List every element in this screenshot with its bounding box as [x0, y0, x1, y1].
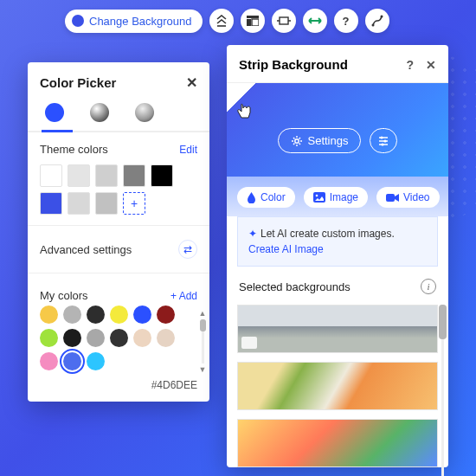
strip-background-panel: Strip Background ? ✕ Settings Color Imag… — [227, 45, 448, 467]
background-thumb[interactable] — [237, 419, 438, 467]
my-color-swatch[interactable] — [110, 329, 128, 347]
create-ai-image-link[interactable]: Create AI Image — [248, 243, 324, 255]
my-color-swatch[interactable] — [157, 329, 175, 347]
tab-underline — [28, 131, 209, 132]
color-mode-tabs — [28, 98, 209, 122]
drop-icon — [247, 192, 256, 203]
edit-theme-colors-link[interactable]: Edit — [179, 144, 197, 156]
svg-rect-3 — [252, 19, 259, 26]
theme-swatches: + — [40, 164, 197, 215]
hex-value: #4D6DEE — [28, 377, 209, 402]
corner-fold-icon[interactable] — [227, 83, 256, 113]
my-color-swatch[interactable] — [87, 352, 105, 370]
top-toolbar: Change Background ? — [65, 9, 389, 33]
color-picker-title: Color Picker — [40, 75, 116, 90]
color-dot-icon — [72, 15, 84, 27]
advanced-settings-label: Advanced settings — [40, 243, 132, 256]
tab-color[interactable]: Color — [237, 187, 295, 208]
svg-point-9 — [384, 139, 387, 142]
background-type-tabs: Color Image Video — [227, 177, 448, 216]
stretch-icon[interactable] — [272, 9, 296, 33]
my-color-swatch[interactable] — [133, 329, 151, 347]
scroll-top-icon[interactable] — [209, 9, 234, 33]
svg-rect-11 — [313, 192, 325, 203]
settings-button[interactable]: Settings — [278, 128, 362, 153]
gradient-tab[interactable] — [90, 103, 109, 122]
my-color-swatch[interactable] — [40, 329, 58, 347]
my-color-swatch[interactable] — [87, 306, 105, 324]
sliders-icon — [377, 135, 389, 147]
close-icon[interactable]: ✕ — [186, 74, 197, 91]
video-icon — [386, 193, 399, 203]
svg-rect-2 — [247, 19, 251, 26]
panel-close-icon[interactable]: ✕ — [426, 58, 436, 72]
theme-swatch[interactable] — [40, 192, 62, 215]
my-color-swatch[interactable] — [157, 306, 175, 324]
svg-rect-4 — [280, 17, 288, 24]
svg-rect-13 — [386, 194, 395, 202]
add-color-link[interactable]: + Add — [170, 290, 197, 302]
theme-swatch[interactable] — [151, 164, 173, 187]
image-icon — [313, 192, 325, 203]
width-icon[interactable] — [303, 9, 327, 33]
my-color-swatch[interactable] — [87, 329, 105, 347]
theme-swatch[interactable] — [68, 192, 90, 215]
thumbnails-scrollbar[interactable] — [439, 305, 447, 476]
theme-swatch[interactable] — [95, 192, 118, 215]
background-thumbnails — [227, 299, 448, 467]
path-icon[interactable] — [365, 9, 389, 33]
my-color-swatch[interactable] — [63, 352, 81, 370]
gradient-alt-tab[interactable] — [135, 103, 154, 122]
theme-swatch[interactable] — [68, 164, 90, 187]
svg-point-6 — [380, 16, 383, 18]
svg-point-7 — [294, 138, 298, 142]
my-color-swatch[interactable] — [133, 306, 151, 324]
gear-icon — [291, 135, 303, 147]
ai-suggestion-box: ✦Let AI create custom images. Create AI … — [237, 216, 438, 267]
svg-point-10 — [382, 143, 384, 145]
my-color-swatch[interactable] — [63, 329, 81, 347]
strip-title: Strip Background — [239, 57, 348, 72]
solid-color-tab[interactable] — [45, 103, 64, 122]
adjust-button[interactable] — [370, 128, 397, 153]
change-background-button[interactable]: Change Background — [65, 10, 203, 33]
svg-point-5 — [371, 24, 374, 27]
panel-help-icon[interactable]: ? — [406, 58, 414, 72]
ai-text: Let AI create custom images. — [261, 228, 395, 240]
color-picker-panel: Color Picker ✕ Theme colors Edit + Advan… — [28, 62, 209, 402]
my-color-swatch[interactable] — [40, 306, 58, 324]
info-icon[interactable]: i — [421, 279, 436, 294]
layout-icon[interactable] — [241, 9, 265, 33]
help-icon[interactable]: ? — [334, 9, 358, 33]
svg-point-8 — [381, 136, 383, 138]
sparkle-icon: ✦ — [248, 228, 257, 240]
theme-swatch[interactable] — [40, 164, 62, 187]
tab-image[interactable]: Image — [304, 187, 368, 208]
background-thumb[interactable] — [237, 362, 438, 410]
my-colors-scrollbar[interactable]: ▲▼ — [199, 306, 206, 377]
theme-colors-label: Theme colors — [40, 143, 108, 156]
video-badge-icon — [241, 337, 257, 349]
svg-rect-1 — [247, 16, 259, 18]
theme-swatch[interactable] — [95, 164, 118, 187]
my-colors-swatches: ▲▼ — [28, 306, 209, 377]
strip-preview: Settings — [227, 83, 448, 177]
background-thumb[interactable] — [237, 305, 438, 353]
add-theme-swatch[interactable]: + — [123, 192, 145, 215]
my-color-swatch[interactable] — [110, 306, 128, 324]
my-colors-label: My colors — [40, 289, 88, 302]
settings-label: Settings — [308, 134, 349, 147]
change-background-label: Change Background — [89, 15, 192, 28]
tab-video[interactable]: Video — [376, 187, 439, 208]
selected-backgrounds-label: Selected backgrounds — [239, 280, 351, 293]
theme-swatch[interactable] — [123, 164, 145, 187]
my-color-swatch[interactable] — [40, 352, 58, 370]
my-color-swatch[interactable] — [63, 306, 81, 324]
svg-point-12 — [315, 195, 318, 197]
advanced-settings-icon[interactable]: ⇄ — [178, 240, 197, 259]
